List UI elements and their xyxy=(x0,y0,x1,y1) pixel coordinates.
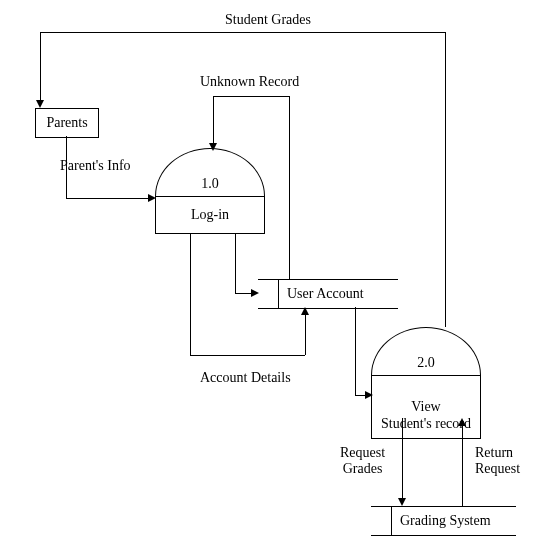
process-view-record-name: View Student's record xyxy=(371,375,481,439)
flow-account-details-line2 xyxy=(190,355,305,356)
process-login-id: 1.0 xyxy=(155,148,265,196)
flow-unknown-record-label: Unknown Record xyxy=(200,74,299,90)
flow-ua-to-p2-line2 xyxy=(355,395,365,396)
flow-parents-info-label: Parent's Info xyxy=(60,158,131,174)
datastore-user-account-id xyxy=(258,280,279,308)
flow-unknown-record-line3 xyxy=(213,96,214,143)
process-login: 1.0 Log-in xyxy=(155,148,265,234)
datastore-grading-system-name: Grading System xyxy=(392,507,516,535)
dfd-diagram: Parents 1.0 Log-in 2.0 View Student's re… xyxy=(0,0,557,545)
flow-request-grades-arrow xyxy=(398,498,406,506)
entity-parents: Parents xyxy=(35,108,99,138)
flow-account-details-label: Account Details xyxy=(200,370,291,386)
flow-unknown-record-line1 xyxy=(289,96,290,279)
flow-return-request-arrow xyxy=(458,418,466,426)
flow-login-to-ua-line1 xyxy=(235,233,236,293)
flow-account-details-arrow xyxy=(301,307,309,315)
flow-return-request-label: Return Request xyxy=(475,445,520,477)
flow-login-to-ua-arrow xyxy=(251,289,259,297)
process-view-record-id: 2.0 xyxy=(371,327,481,375)
flow-ua-to-p2-arrow xyxy=(365,391,373,399)
flow-unknown-record-arrow xyxy=(209,143,217,151)
datastore-user-account: User Account xyxy=(258,279,398,309)
flow-request-grades-label: Request Grades xyxy=(340,445,385,477)
datastore-grading-system-id xyxy=(371,507,392,535)
flow-student-grades-line xyxy=(445,32,446,327)
flow-return-request-line xyxy=(462,426,463,506)
flow-unknown-record-line2 xyxy=(213,96,289,97)
flow-student-grades-label: Student Grades xyxy=(225,12,311,28)
datastore-user-account-name: User Account xyxy=(279,280,398,308)
flow-login-to-ua-line2 xyxy=(235,293,251,294)
process-login-name: Log-in xyxy=(155,196,265,234)
flow-student-grades-arrow xyxy=(36,100,44,108)
flow-request-grades-line xyxy=(402,418,403,500)
flow-account-details-line1 xyxy=(190,233,191,355)
flow-student-grades-line3 xyxy=(40,32,41,100)
datastore-grading-system: Grading System xyxy=(371,506,516,536)
entity-parents-label: Parents xyxy=(46,115,87,131)
flow-parents-info-arrow xyxy=(148,194,156,202)
flow-parents-info-line2 xyxy=(66,198,148,199)
flow-account-details-line3 xyxy=(305,315,306,355)
flow-ua-to-p2-line1 xyxy=(355,307,356,395)
flow-student-grades-line2 xyxy=(40,32,445,33)
